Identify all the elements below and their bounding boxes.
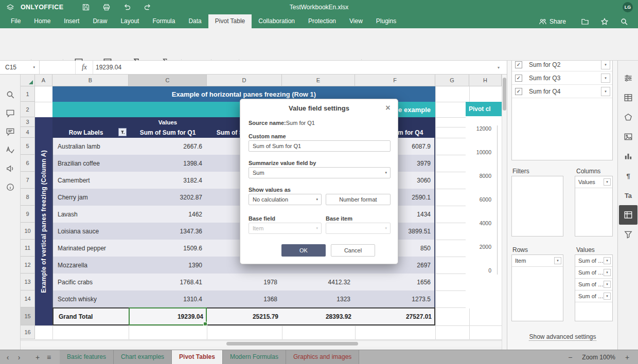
columns-drop-area[interactable]: Values▾ — [575, 176, 613, 236]
row-header-14[interactable]: 14 — [21, 290, 35, 307]
summarize-select[interactable]: Sum▾ — [249, 167, 391, 178]
select-all-corner[interactable] — [21, 75, 35, 86]
column-header-d[interactable]: D — [207, 75, 282, 86]
values-item-sum-of-sum-for-q1[interactable]: Sum of Sum for Q1▾ — [575, 255, 612, 267]
values-item-dropdown-icon[interactable]: ▾ — [604, 269, 611, 276]
row-header-8[interactable]: 8 — [21, 189, 35, 206]
pivot-chart-object[interactable]: Pivot cl 120001000080006000400020000 — [466, 102, 502, 308]
feedback-icon[interactable] — [6, 164, 15, 173]
row-labels-filter-button[interactable] — [118, 128, 127, 136]
rows-drop-area[interactable]: Item▾ — [511, 254, 563, 321]
pivot-row-label[interactable]: Australian lamb — [52, 138, 129, 155]
field-dropdown-icon[interactable]: ▾ — [601, 74, 610, 83]
grand-total-q4[interactable]: 27527.01 — [356, 308, 436, 324]
undo-icon[interactable] — [122, 2, 132, 12]
rows-item-dropdown-icon[interactable]: ▾ — [554, 257, 561, 264]
table-settings-icon[interactable] — [618, 88, 638, 107]
tab-draw[interactable]: Draw — [86, 14, 114, 28]
column-header-a[interactable]: A — [35, 75, 52, 86]
column-header-e[interactable]: E — [282, 75, 355, 86]
pivot-table-settings-icon[interactable] — [619, 205, 637, 225]
pivot-value-q1[interactable]: 1509.6 — [129, 240, 207, 257]
share-button[interactable]: Share — [539, 17, 566, 26]
insert-function-button[interactable]: fx — [77, 61, 92, 74]
column-header-c[interactable]: C — [129, 75, 207, 86]
pivot-row-pacific-crabs[interactable]: Pacific crabs1768.4119784412.321656 — [52, 274, 435, 290]
pivot-value-q2[interactable]: 1368 — [207, 290, 282, 307]
cell-name-box[interactable]: C15 ▾ — [0, 61, 40, 74]
number-format-button[interactable]: Number format — [326, 194, 391, 205]
grand-total-row[interactable]: Grand Total 19239.04 25215.79 28393.92 2… — [52, 307, 435, 325]
advanced-settings-link[interactable]: Show advanced settings — [507, 333, 617, 340]
tab-layout[interactable]: Layout — [114, 14, 146, 28]
columns-item-values[interactable]: Values▾ — [575, 176, 612, 188]
pivot-value-q1[interactable]: 2667.6 — [129, 138, 207, 155]
sheet-tab-chart-examples[interactable]: Chart examples — [114, 350, 172, 364]
sheet-tab-basic-features[interactable]: Basic features — [60, 350, 114, 364]
row-header-1[interactable]: 1 — [21, 86, 35, 102]
pivot-row-label[interactable]: Pacific crabs — [52, 274, 129, 290]
fill-handle[interactable] — [203, 322, 207, 326]
open-file-location-icon[interactable] — [580, 16, 590, 27]
field-checkbox-sum-for-q4[interactable]: ✓Sum for Q4▾ — [512, 85, 612, 98]
chat-messages-icon[interactable] — [6, 127, 15, 136]
row-header-6[interactable]: 6 — [21, 155, 35, 172]
row-header-9[interactable]: 9 — [21, 206, 35, 223]
pivot-value-q1[interactable]: 1398.4 — [129, 155, 207, 172]
show-values-as-select[interactable]: No calculation▾ — [249, 194, 322, 205]
user-avatar[interactable]: LG — [623, 2, 633, 12]
dialog-header[interactable]: Value field settings × — [240, 99, 398, 117]
spellcheck-icon[interactable] — [6, 145, 15, 155]
redo-icon[interactable] — [143, 2, 153, 12]
tab-file[interactable]: File — [4, 14, 27, 28]
values-item-sum-of-sum-for-q4[interactable]: Sum of Sum for Q4▾ — [575, 290, 612, 302]
values-item-dropdown-icon[interactable]: ▾ — [604, 281, 611, 288]
cell-settings-icon[interactable] — [618, 68, 638, 88]
pivot-value-q1[interactable]: 1347.36 — [129, 223, 207, 240]
tab-formula[interactable]: Formula — [146, 14, 182, 28]
pivot-value-q3[interactable]: 1323 — [282, 290, 355, 307]
row-header-12[interactable]: 12 — [21, 257, 35, 274]
row-header-13[interactable]: 13 — [21, 274, 35, 290]
grand-total-q2[interactable]: 25215.79 — [208, 308, 283, 324]
pivot-row-label[interactable]: Mozzarella — [52, 257, 129, 274]
tab-protection[interactable]: Protection — [302, 14, 343, 28]
row-header-2[interactable]: 2 — [21, 102, 35, 117]
add-sheet-icon[interactable]: + — [32, 350, 43, 364]
tab-data[interactable]: Data — [182, 14, 208, 28]
text-art-settings-icon[interactable]: Ta — [618, 186, 638, 205]
pivot-value-q1[interactable]: 1768.41 — [129, 274, 207, 290]
vertical-banner-column-a[interactable]: Example of vertical panes freezing (Colu… — [35, 117, 52, 325]
pivot-row-label[interactable]: Cherry jam — [52, 189, 129, 206]
pivot-row-label[interactable]: Lavash — [52, 206, 129, 223]
row-header-4[interactable]: 4 — [21, 127, 35, 138]
column-header-b[interactable]: B — [52, 75, 129, 86]
field-dropdown-icon[interactable]: ▾ — [601, 87, 610, 96]
row-header-16[interactable]: 16 — [21, 325, 35, 339]
pivot-row-label[interactable]: Marinated pepper — [52, 240, 129, 257]
tab-view[interactable]: View — [343, 14, 369, 28]
pivot-value-q1[interactable]: 3182.4 — [129, 172, 207, 189]
values-drop-area[interactable]: Sum of Sum for Q1▾Sum of Sum for Q2▾Sum … — [575, 254, 613, 321]
column-header-h[interactable]: H — [469, 75, 502, 86]
tab-insert[interactable]: Insert — [57, 14, 86, 28]
pivot-column-header-1[interactable]: Sum of Sum for Q1 — [129, 127, 207, 138]
pivot-row-label[interactable]: Loisiana sauce — [52, 223, 129, 240]
chart-settings-icon[interactable] — [618, 147, 638, 166]
ok-button[interactable]: OK — [281, 244, 326, 257]
pivot-value-q1[interactable]: 1310.4 — [129, 290, 207, 307]
pivot-row-label[interactable]: Camembert — [52, 172, 129, 189]
row-header-7[interactable]: 7 — [21, 172, 35, 189]
formula-input[interactable]: 19239.04 — [96, 61, 121, 74]
values-item-sum-of-sum-for-q2[interactable]: Sum of Sum for Q2▾ — [575, 267, 612, 279]
column-header-f[interactable]: F — [355, 75, 435, 86]
row-header-5[interactable]: 5 — [21, 138, 35, 155]
tab-collaboration[interactable]: Collaboration — [252, 14, 302, 28]
rows-item-item[interactable]: Item▾ — [512, 255, 563, 267]
sheet-tab-pivot-tables[interactable]: Pivot Tables — [172, 350, 223, 364]
column-header-g[interactable]: G — [435, 75, 469, 86]
dialog-close-icon[interactable]: × — [383, 103, 393, 113]
next-sheet-icon[interactable]: › — [13, 350, 25, 364]
grand-total-q3[interactable]: 28393.92 — [283, 308, 356, 324]
field-dropdown-icon[interactable]: ▾ — [601, 61, 610, 69]
